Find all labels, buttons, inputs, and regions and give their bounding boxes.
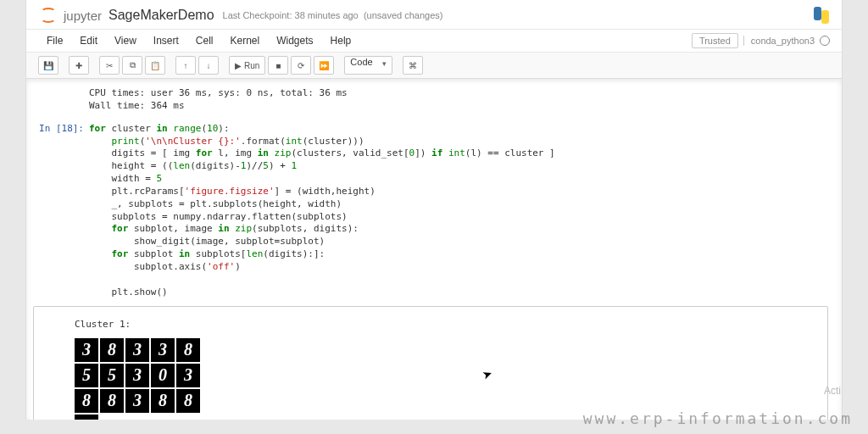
plot-output: Cluster 1: 3 8 3 3 8 5 5 3 0 3 8 8 [33,306,828,420]
restart-run-all-button[interactable]: ⏩ [314,56,334,75]
menu-insert[interactable]: Insert [145,32,187,49]
copy-button[interactable]: ⧉ [122,56,142,75]
digit-image: 9 [75,415,98,420]
digit-image: 3 [176,364,200,387]
digit-image: 3 [75,338,98,362]
digit-image: 0 [151,364,175,387]
command-palette-button[interactable]: ⌘ [403,56,423,75]
activate-windows-partial: Acti [824,385,841,397]
digit-image: 8 [100,389,124,413]
run-button[interactable]: ▶ Run [229,56,265,75]
digit-image: 8 [100,338,124,362]
trusted-indicator[interactable]: Trusted [692,33,738,48]
output-prompt [31,84,89,116]
digit-image: 3 [125,389,149,413]
menu-cell[interactable]: Cell [187,32,222,49]
move-down-button[interactable]: ↓ [198,56,219,75]
input-prompt: In [18]: [31,120,89,303]
move-up-button[interactable]: ↑ [175,56,196,75]
cut-button[interactable]: ✂ [99,56,120,75]
cell-type-select[interactable]: Code [344,56,392,75]
jupyter-wordmark: jupyter [64,8,102,23]
stop-button[interactable]: ■ [268,56,288,75]
digit-image: 8 [176,338,200,362]
menu-edit[interactable]: Edit [71,32,106,49]
python-logo-icon [813,7,830,24]
code-content[interactable]: for cluster in range(10): print('\n\nClu… [89,123,828,299]
restart-button[interactable]: ⟳ [291,56,311,75]
save-button[interactable]: 💾 [38,56,58,75]
notebook-header: jupyter SageMakerDemo Last Checkpoint: 3… [26,0,842,30]
paste-button[interactable]: 📋 [145,56,165,75]
digit-image: 3 [125,364,149,387]
notebook-body[interactable]: CPU times: user 36 ms, sys: 0 ns, total:… [26,79,842,420]
run-icon: ▶ [235,61,242,70]
digit-image: 5 [75,364,98,387]
digit-image: 8 [151,389,175,413]
run-label: Run [244,61,259,70]
menu-widgets[interactable]: Widgets [268,32,321,49]
menubar: File Edit View Insert Cell Kernel Widget… [26,30,842,53]
menu-help[interactable]: Help [322,32,360,49]
digit-grid: 3 8 3 3 8 5 5 3 0 3 8 8 3 8 8 [75,338,210,420]
kernel-status-icon [820,36,830,46]
digit-image: 3 [125,338,149,362]
code-cell-18[interactable]: In [18]: for cluster in range(10): print… [31,120,837,303]
checkpoint-status: Last Checkpoint: 38 minutes ago (unsaved… [223,10,443,20]
kernel-name-label: conda_python3 [751,36,815,46]
notebook-name[interactable]: SageMakerDemo [108,8,214,23]
menu-kernel[interactable]: Kernel [222,32,269,49]
digit-image: 5 [100,364,124,387]
add-cell-button[interactable]: ✚ [69,56,89,75]
cluster-label: Cluster 1: [75,319,812,330]
menu-file[interactable]: File [38,32,71,49]
timing-output: CPU times: user 36 ms, sys: 0 ns, total:… [89,87,828,113]
jupyter-logo-icon [38,5,58,25]
output-cell-timing: CPU times: user 36 ms, sys: 0 ns, total:… [31,84,837,116]
kernel-selector[interactable]: conda_python3 [743,36,830,46]
digit-image: 3 [151,338,175,362]
digit-image: 8 [75,389,98,413]
menu-view[interactable]: View [106,32,145,49]
digit-image: 8 [176,389,200,413]
toolbar: 💾 ✚ ✂ ⧉ 📋 ↑ ↓ ▶ Run ■ ⟳ ⏩ Code ⌘ [26,53,842,79]
